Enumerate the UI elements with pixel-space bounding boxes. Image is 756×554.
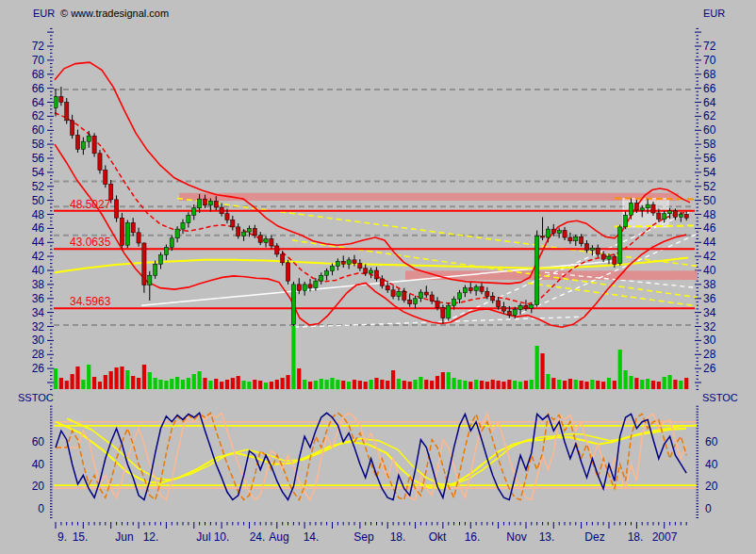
price-axis-label-left: 62 <box>32 109 45 122</box>
currency-label-right: EUR <box>703 8 725 19</box>
date-axis-label: 12. <box>143 530 159 544</box>
price-axis-label-left: 64 <box>32 96 45 109</box>
price-axis-label-left: 56 <box>32 152 45 165</box>
date-axis-label: Jun <box>115 530 133 544</box>
price-axis-label-left: 48 <box>32 208 45 221</box>
sstoc-label-left: SSTOC <box>18 392 54 403</box>
price-axis-label-left: 46 <box>32 221 45 235</box>
price-axis-label-right: 52 <box>703 180 716 193</box>
price-axis-label-right: 60 <box>703 123 716 137</box>
price-axis-label-right: 70 <box>703 54 716 67</box>
date-axis-label: 10. <box>214 530 230 544</box>
price-axis-label-right: 48 <box>703 208 716 221</box>
price-axis-label-left: 58 <box>32 138 45 151</box>
price-axis-label-right: 42 <box>703 250 716 263</box>
price-axis-label-right: 46 <box>703 221 716 235</box>
price-axis-label-right: 32 <box>703 320 716 334</box>
date-axis-label: Okt <box>429 530 447 544</box>
trading-chart-screenshot: 48.502743.063534.59637272707068686666646… <box>0 0 756 554</box>
currency-label-left: EUR <box>33 8 55 19</box>
sstoc-axis-label-left: 60 <box>32 435 45 448</box>
date-axis-label: Jul <box>196 530 210 544</box>
date-axis-label: Sep <box>353 530 374 544</box>
sstoc-panel <box>54 413 698 499</box>
price-axis-label-right: 50 <box>703 194 716 207</box>
sr-price-label: 48.5027 <box>70 198 111 211</box>
sstoc-axis-label-right: 20 <box>705 480 718 493</box>
price-axis-label-left: 54 <box>32 166 45 179</box>
price-axis-label-right: 66 <box>703 82 716 95</box>
copyright-label: © www.tradesignal.com <box>60 8 169 19</box>
price-axis-label-left: 36 <box>32 292 45 305</box>
date-axis-label: 14. <box>304 530 320 544</box>
price-axis-label-right: 68 <box>703 68 716 81</box>
sstoc-axis-label-left: 0 <box>38 502 44 515</box>
volume-series <box>54 326 688 389</box>
price-axis-label-right: 34 <box>703 306 716 319</box>
pink-band <box>179 193 679 201</box>
price-axis-label-left: 60 <box>32 123 45 137</box>
date-axis-label: Dez <box>584 530 604 544</box>
price-axis-label-right: 56 <box>703 152 716 165</box>
white-trendline-dashed-4 <box>294 317 584 327</box>
sstoc-axis-label-left: 20 <box>32 480 45 493</box>
price-axis-label-left: 72 <box>32 40 45 53</box>
price-axis-label-left: 34 <box>32 306 45 319</box>
sstoc-label-right: SSTOC <box>702 392 738 403</box>
date-axis-label: 13. <box>539 530 555 544</box>
date-axis-label: 9. <box>58 530 67 544</box>
price-axis-label-right: 44 <box>703 236 716 249</box>
orange-box-top-dashed <box>615 198 702 199</box>
price-axis-label-left: 40 <box>32 264 45 277</box>
price-axis-label-left: 26 <box>32 362 45 375</box>
price-axis-label-left: 28 <box>32 348 45 361</box>
price-axis-label-right: 36 <box>703 292 716 305</box>
price-axis-label-left: 68 <box>32 68 45 81</box>
sr-price-label: 43.0635 <box>70 236 111 249</box>
red-band-upper <box>55 62 690 284</box>
price-axis-label-right: 38 <box>703 278 716 291</box>
date-axis-label: 18. <box>390 530 406 544</box>
sstoc-axis-label-left: 40 <box>32 458 45 471</box>
price-axis-label-left: 66 <box>32 82 45 95</box>
sstoc-axis-label-right: 0 <box>705 502 712 515</box>
sstoc-axis-label-right: 40 <box>705 458 718 471</box>
price-axis-label-left: 42 <box>32 250 45 263</box>
price-axis-label-left: 44 <box>32 236 45 249</box>
sstoc-axis-label-right: 60 <box>705 435 718 448</box>
date-axis-label: 16. <box>465 530 481 544</box>
price-axis-label-right: 64 <box>703 96 716 109</box>
date-axis-label: Nov <box>506 530 526 544</box>
price-axis-label-right: 26 <box>703 362 716 375</box>
date-axis-label: 2007 <box>652 530 678 544</box>
price-axis-label-left: 50 <box>32 194 45 207</box>
yellow-trendline-dashed-3 <box>528 283 754 314</box>
sr-price-label: 34.5963 <box>70 295 111 308</box>
price-axis-label-left: 32 <box>32 320 45 334</box>
date-axis-label: Aug <box>269 530 288 544</box>
date-axis-label: 24. <box>250 530 266 544</box>
price-axis-label-left: 30 <box>32 334 45 347</box>
price-axis-label-left: 38 <box>32 278 45 291</box>
price-axis-label-right: 62 <box>703 109 716 122</box>
date-axis-label: 18. <box>628 530 644 544</box>
date-axis-label: 15. <box>73 530 89 544</box>
price-axis-label-right: 40 <box>703 264 716 277</box>
chart-canvas: 48.502743.063534.59637272707068686666646… <box>0 0 756 554</box>
price-axis-label-left: 52 <box>32 180 45 193</box>
price-axis-label-right: 30 <box>703 334 716 347</box>
price-axis-label-right: 54 <box>703 166 716 179</box>
price-axis-label-right: 72 <box>703 40 716 53</box>
price-axis-label-left: 70 <box>32 54 45 67</box>
price-axis-label-right: 58 <box>703 138 716 151</box>
price-axis-label-right: 28 <box>703 348 716 361</box>
